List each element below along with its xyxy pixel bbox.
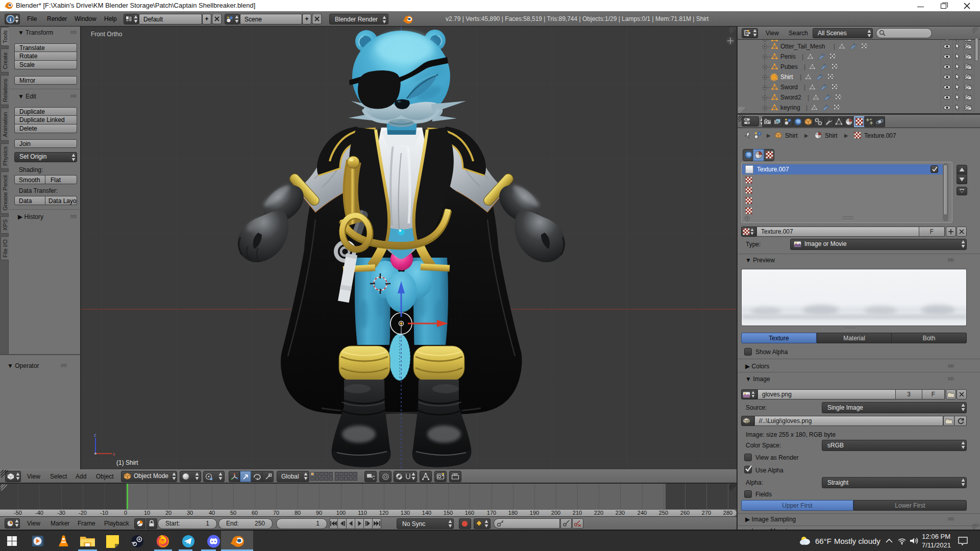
svg-text:i: i (10, 16, 11, 22)
svg-text:z: z (94, 433, 96, 438)
svg-text:x: x (113, 452, 115, 457)
svg-text:(1) Shirt: (1) Shirt (116, 459, 138, 466)
svg-text:Front Ortho: Front Ortho (91, 31, 122, 38)
